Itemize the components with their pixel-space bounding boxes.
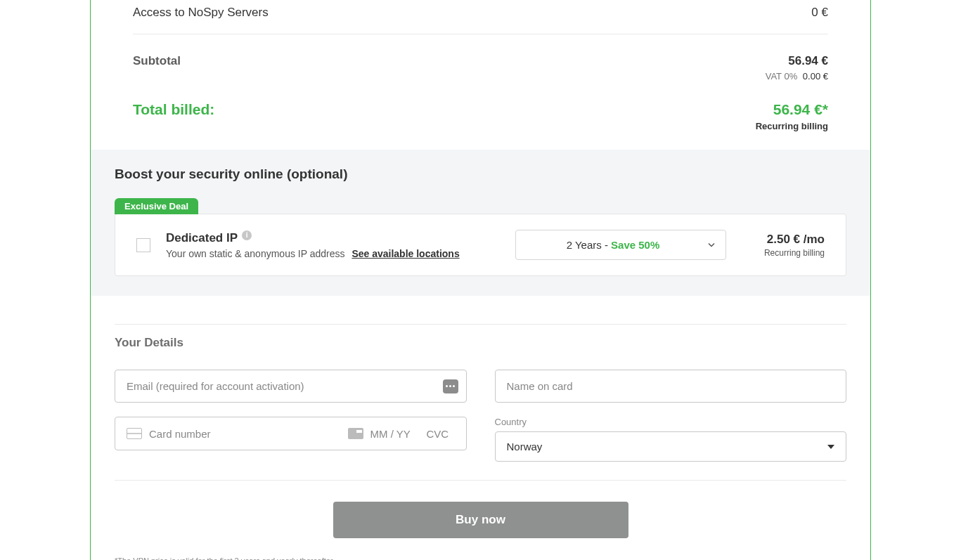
name-on-card-input[interactable] — [495, 370, 847, 403]
addon-price-amount: 2.50 € /mo — [740, 233, 825, 247]
card-number-input[interactable] — [149, 428, 341, 440]
email-wrap — [115, 370, 467, 403]
your-details-heading: Your Details — [115, 336, 846, 350]
caret-down-icon — [827, 441, 834, 452]
total-row: Total billed: 56.94 €* Recurring billing — [133, 87, 828, 150]
country-select[interactable]: Norway — [495, 431, 847, 462]
addon-price-note: Recurring billing — [740, 248, 825, 258]
addon-checkbox[interactable] — [136, 238, 150, 252]
total-label: Total billed: — [133, 101, 214, 118]
nospy-label: Access to NoSpy Servers — [133, 6, 269, 20]
chevron-down-icon — [707, 239, 716, 251]
subtotal-label: Subtotal — [133, 54, 181, 68]
fineprint-line1: *The VPN price is valid for the first 2 … — [91, 556, 870, 560]
addon-price: 2.50 € /mo Recurring billing — [740, 233, 825, 258]
buy-now-button[interactable]: Buy now — [333, 502, 628, 538]
divider — [115, 324, 846, 325]
see-locations-link[interactable]: See available locations — [351, 248, 459, 259]
vat-amount: 0.00 € — [803, 71, 828, 82]
addon-title: Dedicated IP i — [166, 231, 252, 245]
addon-dedicated-ip: Dedicated IP i Your own static & anonymo… — [115, 214, 846, 276]
subtotal-value: 56.94 € — [766, 54, 828, 68]
boost-section: Boost your security online (optional) Ex… — [91, 150, 870, 296]
country-label: Country — [495, 417, 847, 427]
card-cvc-input[interactable] — [427, 428, 455, 440]
card-expiry-input[interactable] — [370, 428, 420, 440]
card-back-icon — [348, 428, 363, 439]
divider — [115, 480, 846, 481]
boost-heading: Boost your security online (optional) — [115, 167, 846, 182]
total-recurring: Recurring billing — [756, 121, 828, 131]
country-block: Country Norway — [495, 417, 847, 462]
name-wrap — [495, 370, 847, 403]
country-value: Norway — [507, 441, 543, 452]
line-item-nospy: Access to NoSpy Servers 0 € — [133, 0, 828, 34]
addon-desc: Your own static & anonymous IP address S… — [166, 248, 460, 259]
total-value: 56.94 €* — [756, 101, 828, 118]
addon-term-dropdown[interactable]: 2 Years - Save 50% — [515, 230, 726, 260]
card-row — [115, 417, 467, 450]
email-input[interactable] — [115, 370, 467, 403]
vat-line: VAT 0% 0.00 € — [766, 71, 828, 82]
nospy-value: 0 € — [811, 6, 828, 20]
subtotal-row: Subtotal 56.94 € VAT 0% 0.00 € — [133, 34, 828, 87]
info-icon[interactable]: i — [242, 230, 252, 240]
vat-label: VAT 0% — [766, 71, 798, 82]
password-manager-icon[interactable] — [443, 379, 458, 393]
exclusive-deal-badge: Exclusive Deal — [115, 198, 198, 214]
card-front-icon — [127, 428, 142, 439]
